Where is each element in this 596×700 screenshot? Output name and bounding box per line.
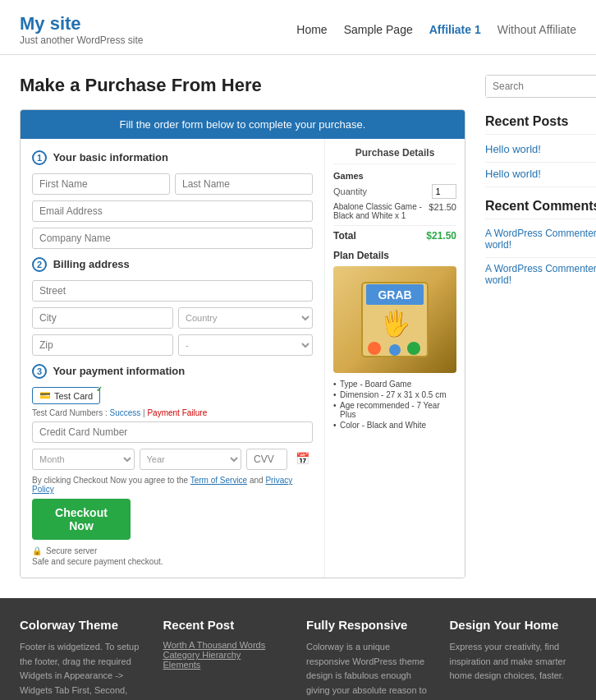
- card-badge[interactable]: 💳 Test Card ✓: [32, 387, 100, 404]
- content-area: Make a Purchase From Here Fill the order…: [20, 75, 465, 578]
- product-price: $21.50: [429, 202, 456, 220]
- success-link[interactable]: Success: [109, 408, 140, 417]
- checkout-box: Fill the order form below to complete yo…: [20, 109, 465, 578]
- checkout-left: 1 Your basic information: [21, 139, 325, 578]
- main-nav: Home Sample Page Affiliate 1 Without Aff…: [296, 23, 576, 36]
- checkout-button[interactable]: Checkout Now: [32, 499, 131, 540]
- year-select[interactable]: Year: [140, 449, 242, 470]
- test-card-note: Test Card Numbers : Success | Payment Fa…: [32, 408, 313, 417]
- footer-col1-text: Footer is widgetized. To setup the foote…: [20, 640, 147, 700]
- zip-row: -: [32, 334, 313, 356]
- product-specs: Type - Board Game Dimension - 27 x 31 x …: [333, 380, 456, 430]
- svg-point-5: [368, 342, 381, 355]
- cvv-input[interactable]: [246, 449, 287, 470]
- search-input[interactable]: [486, 76, 596, 97]
- spec-type: Type - Board Game: [333, 380, 456, 389]
- spec-age: Age recommended - 7 Year Plus: [333, 401, 456, 419]
- divider2: [485, 187, 596, 187]
- company-row: [32, 228, 313, 249]
- footer-col-3: Fully Responsive Colorway is a unique re…: [306, 618, 433, 700]
- footer-recent-link-1[interactable]: Worth A Thousand Words: [163, 640, 291, 650]
- credit-card-icon: 💳: [39, 390, 51, 401]
- footer-dark: Colorway Theme Footer is widgetized. To …: [0, 598, 596, 700]
- lastname-input[interactable]: [175, 173, 313, 195]
- state-select[interactable]: -: [178, 334, 313, 356]
- commenter-1[interactable]: A WordPress Commenter: [485, 228, 596, 239]
- nav-affiliate1[interactable]: Affiliate 1: [429, 23, 481, 36]
- footer-recent-link-3[interactable]: Elements: [163, 660, 291, 670]
- main-wrapper: Make a Purchase From Here Fill the order…: [0, 55, 596, 598]
- nav-home[interactable]: Home: [296, 23, 327, 36]
- footer-col3-text: Colorway is a unique responsive WordPres…: [306, 640, 433, 700]
- email-input[interactable]: [32, 200, 313, 222]
- firstname-input[interactable]: [32, 173, 170, 195]
- section3-num: 3: [32, 364, 47, 379]
- cc-input[interactable]: [32, 421, 313, 443]
- divider3: [485, 257, 596, 258]
- site-title: My site: [20, 13, 144, 35]
- site-header: My site Just another WordPress site Home…: [0, 0, 596, 55]
- site-branding: My site Just another WordPress site: [20, 13, 144, 46]
- commenter-2[interactable]: A WordPress Commenter: [485, 263, 596, 274]
- product-image: GRAB 🖐️: [333, 266, 456, 373]
- section2-title: 2 Billing address: [32, 257, 313, 272]
- city-input[interactable]: [32, 307, 173, 329]
- total-label: Total: [333, 230, 356, 242]
- section1-title: 1 Your basic information: [32, 150, 313, 165]
- lock-icon: 🔒: [32, 546, 42, 555]
- section2-num: 2: [32, 257, 47, 272]
- comment-1: A WordPress Commenter on Hello world!: [485, 228, 596, 251]
- svg-text:GRAB: GRAB: [378, 288, 411, 302]
- footer-col1-title: Colorway Theme: [20, 618, 147, 632]
- checkout-right: Purchase Details Games Quantity Abalone …: [325, 139, 465, 578]
- terms-link[interactable]: Term of Service: [190, 476, 247, 485]
- sidebar: 🔍 Recent Posts Hello world! Hello world!…: [485, 75, 596, 578]
- cc-row: [32, 421, 313, 443]
- name-row: [32, 173, 313, 195]
- zip-input[interactable]: [32, 334, 173, 356]
- product-name: Abalone Classic Game - Black and White x…: [333, 202, 429, 220]
- plan-details-title: Plan Details: [333, 250, 456, 261]
- footer-col4-text: Express your creativity, find inspiratio…: [450, 640, 577, 684]
- footer-col4-title: Design Your Home: [450, 618, 577, 632]
- expiry-row: Month Year 📅: [32, 449, 313, 470]
- section1-num: 1: [32, 150, 47, 165]
- site-tagline: Just another WordPress site: [20, 35, 144, 46]
- page-title: Make a Purchase From Here: [20, 75, 465, 96]
- svg-point-7: [407, 342, 420, 355]
- search-box: 🔍: [485, 75, 596, 98]
- post-link-1[interactable]: Hello world!: [485, 143, 596, 155]
- footer-col-4: Design Your Home Express your creativity…: [450, 618, 577, 700]
- post-link-2[interactable]: Hello world!: [485, 168, 596, 180]
- country-select[interactable]: Country: [178, 307, 313, 329]
- spec-dimension: Dimension - 27 x 31 x 0.5 cm: [333, 390, 456, 399]
- city-country-row: Country: [32, 307, 313, 329]
- terms-note: By clicking Checkout Now you agree to th…: [32, 476, 313, 494]
- month-select[interactable]: Month: [32, 449, 135, 470]
- email-row: [32, 200, 313, 222]
- card-label: Test Card: [54, 391, 93, 401]
- nav-without-affiliate[interactable]: Without Affiliate: [497, 23, 576, 36]
- footer-recent-link-2[interactable]: Category Hierarchy: [163, 650, 291, 660]
- checkout-header: Fill the order form below to complete yo…: [21, 110, 465, 139]
- svg-point-6: [389, 344, 401, 356]
- company-input[interactable]: [32, 228, 313, 249]
- spec-color: Color - Black and White: [333, 421, 456, 430]
- footer-col-1: Colorway Theme Footer is widgetized. To …: [20, 618, 147, 700]
- svg-text:🖐️: 🖐️: [380, 309, 411, 338]
- quantity-label: Quantity: [333, 187, 367, 196]
- failure-link[interactable]: Payment Failure: [147, 408, 207, 417]
- secure-label: Secure server: [46, 546, 97, 555]
- billing-section: 2 Billing address Country: [32, 257, 313, 356]
- product-line: Abalone Classic Game - Black and White x…: [333, 202, 456, 220]
- calendar-icon: 📅: [292, 449, 313, 470]
- street-input[interactable]: [32, 280, 313, 302]
- purchase-details-title: Purchase Details: [333, 147, 456, 164]
- nav-sample-page[interactable]: Sample Page: [344, 23, 413, 36]
- recent-posts-title: Recent Posts: [485, 114, 596, 135]
- quantity-input[interactable]: [432, 184, 456, 199]
- total-price: $21.50: [426, 230, 456, 242]
- recent-comments-title: Recent Comments: [485, 199, 596, 219]
- payment-section: 3 Your payment information 💳 Test Card ✓…: [32, 364, 313, 566]
- product-svg: GRAB 🖐️: [358, 274, 432, 365]
